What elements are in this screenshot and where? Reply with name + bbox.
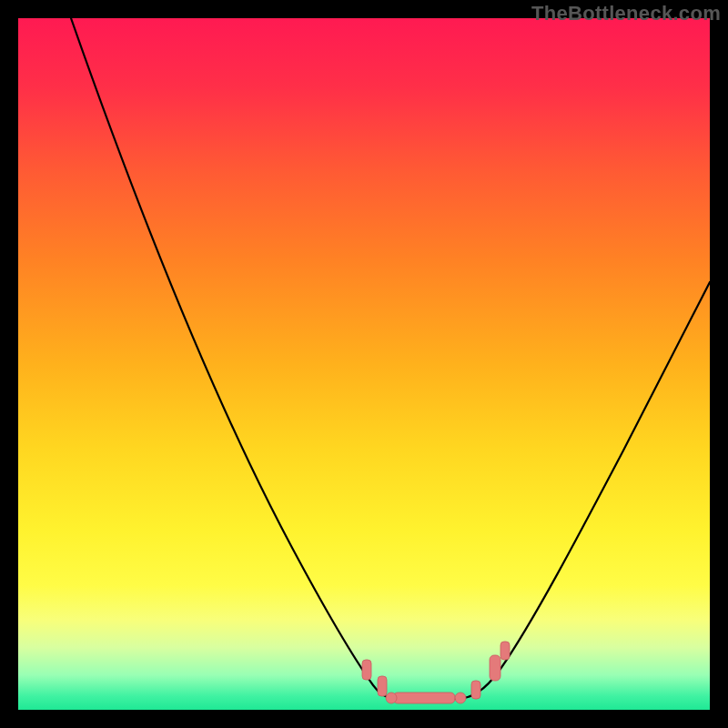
svg-rect-7 <box>500 642 510 660</box>
svg-rect-0 <box>362 660 371 680</box>
watermark: TheBottleneck.com <box>531 2 721 25</box>
plot-background <box>18 18 710 710</box>
svg-rect-5 <box>471 681 480 699</box>
svg-rect-2 <box>393 693 455 703</box>
chart-frame: TheBottleneck.com <box>0 0 728 728</box>
svg-rect-1 <box>378 676 387 696</box>
svg-rect-6 <box>490 655 500 681</box>
bottleneck-curve-chart <box>18 18 710 710</box>
marker-cluster-floor <box>386 693 466 703</box>
svg-point-3 <box>386 693 397 703</box>
svg-point-4 <box>455 693 466 703</box>
